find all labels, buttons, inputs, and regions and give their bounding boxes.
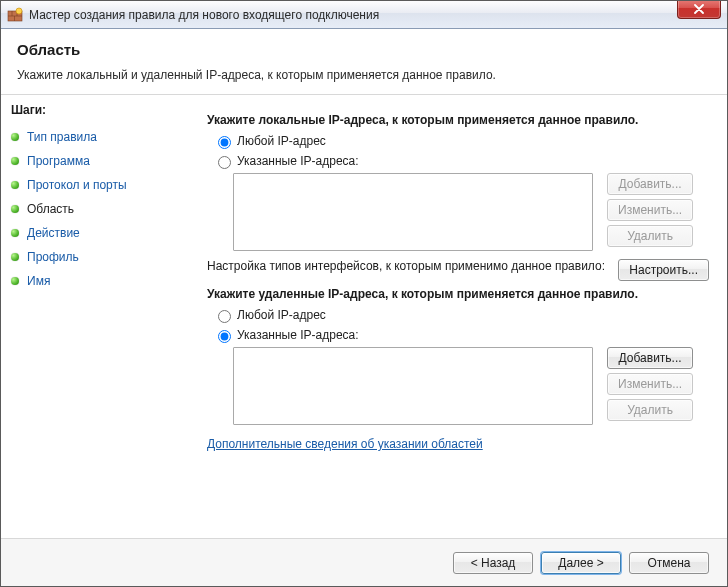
step-bullet-icon	[11, 157, 19, 165]
help-link[interactable]: Дополнительные сведения об указании обла…	[207, 437, 483, 451]
sidebar-step-label: Протокол и порты	[27, 178, 127, 192]
remote-specific-radio[interactable]	[218, 330, 231, 343]
local-any-radio[interactable]	[218, 136, 231, 149]
sidebar-step-label: Тип правила	[27, 130, 97, 144]
main-content: Укажите локальные IP-адреса, к которым п…	[191, 95, 727, 544]
firewall-icon	[7, 7, 23, 23]
remote-any-label[interactable]: Любой IP-адрес	[237, 308, 326, 322]
local-remove-button[interactable]: Удалить	[607, 225, 693, 247]
sidebar-step-item[interactable]: Профиль	[11, 245, 184, 269]
sidebar-step-label: Имя	[27, 274, 50, 288]
steps-sidebar: Шаги: Тип правилаПрограммаПротокол и пор…	[1, 95, 191, 544]
customize-interface-button[interactable]: Настроить...	[618, 259, 709, 281]
remote-remove-button[interactable]: Удалить	[607, 399, 693, 421]
wizard-footer: < Назад Далее > Отмена	[1, 538, 727, 586]
local-specific-label[interactable]: Указанные IP-адреса:	[237, 154, 359, 168]
sidebar-step-item[interactable]: Тип правила	[11, 125, 184, 149]
step-bullet-icon	[11, 181, 19, 189]
sidebar-step-item[interactable]: Имя	[11, 269, 184, 293]
remote-edit-button[interactable]: Изменить...	[607, 373, 693, 395]
step-bullet-icon	[11, 133, 19, 141]
remote-specific-label[interactable]: Указанные IP-адреса:	[237, 328, 359, 342]
close-icon	[693, 4, 705, 14]
cancel-button[interactable]: Отмена	[629, 552, 709, 574]
back-button[interactable]: < Назад	[453, 552, 533, 574]
remote-add-button[interactable]: Добавить...	[607, 347, 693, 369]
page-description: Укажите локальный и удаленный IP-адреса,…	[17, 68, 711, 82]
sidebar-step-label: Профиль	[27, 250, 79, 264]
sidebar-step-label: Программа	[27, 154, 90, 168]
local-specific-radio[interactable]	[218, 156, 231, 169]
step-bullet-icon	[11, 253, 19, 261]
local-add-button[interactable]: Добавить...	[607, 173, 693, 195]
close-button[interactable]	[677, 0, 721, 19]
local-ip-listbox[interactable]	[233, 173, 593, 251]
local-ip-heading: Укажите локальные IP-адреса, к которым п…	[207, 113, 709, 127]
remote-any-radio[interactable]	[218, 310, 231, 323]
step-bullet-icon	[11, 277, 19, 285]
svg-point-5	[16, 8, 22, 14]
sidebar-step-item[interactable]: Программа	[11, 149, 184, 173]
remote-ip-listbox[interactable]	[233, 347, 593, 425]
interface-types-text: Настройка типов интерфейсов, к которым п…	[207, 259, 618, 273]
titlebar: Мастер создания правила для нового входя…	[1, 1, 727, 29]
next-button[interactable]: Далее >	[541, 552, 621, 574]
remote-ip-heading: Укажите удаленные IP-адреса, к которым п…	[207, 287, 709, 301]
page-title: Область	[17, 41, 711, 58]
steps-heading: Шаги:	[11, 103, 184, 117]
local-any-label[interactable]: Любой IP-адрес	[237, 134, 326, 148]
step-bullet-icon	[11, 229, 19, 237]
window-title: Мастер создания правила для нового входя…	[29, 8, 379, 22]
step-bullet-icon	[11, 205, 19, 213]
local-edit-button[interactable]: Изменить...	[607, 199, 693, 221]
sidebar-step-item[interactable]: Протокол и порты	[11, 173, 184, 197]
sidebar-step-label: Область	[27, 202, 74, 216]
sidebar-step-item[interactable]: Действие	[11, 221, 184, 245]
sidebar-step-label: Действие	[27, 226, 80, 240]
wizard-header: Область Укажите локальный и удаленный IP…	[1, 29, 727, 95]
sidebar-step-item[interactable]: Область	[11, 197, 184, 221]
